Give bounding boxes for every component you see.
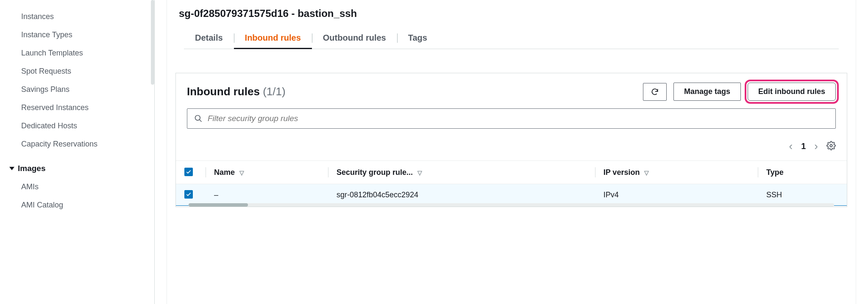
cell-name: –: [206, 184, 328, 206]
cell-ip-version: IPv4: [595, 184, 758, 206]
page-number: 1: [801, 141, 806, 151]
col-ip-version[interactable]: IP version ▽: [595, 161, 758, 184]
search-wrapper[interactable]: [187, 108, 836, 129]
scrollbar-thumb[interactable]: [189, 203, 248, 207]
page-title: sg-0f285079371575d16 - bastion_ssh: [167, 0, 856, 27]
inbound-rules-panel: Inbound rules (1/1) Manage tags Edit inb…: [175, 73, 847, 207]
refresh-icon: [651, 88, 659, 96]
col-name[interactable]: Name ▽: [206, 161, 328, 184]
svg-point-2: [830, 144, 832, 147]
sidebar-item-instance-types[interactable]: Instance Types: [21, 26, 154, 44]
sidebar-item-capacity-reservations[interactable]: Capacity Reservations: [21, 135, 154, 153]
cell-rule-id: sgr-0812fb04c5ecc2924: [328, 184, 595, 206]
refresh-button[interactable]: [643, 83, 667, 101]
sidebar-item-launch-templates[interactable]: Launch Templates: [21, 44, 154, 62]
search-icon: [194, 114, 203, 123]
next-page-button[interactable]: ›: [814, 140, 818, 153]
svg-line-1: [200, 120, 202, 122]
select-all-header[interactable]: [176, 161, 206, 184]
sidebar-item-instances[interactable]: Instances: [21, 8, 154, 26]
prev-page-button[interactable]: ‹: [789, 140, 793, 153]
tab-inbound-rules[interactable]: Inbound rules: [234, 27, 312, 49]
panel-count: (1/1): [263, 85, 285, 98]
pagination: ‹ 1 ›: [176, 135, 847, 160]
sidebar-item-ami-catalog[interactable]: AMI Catalog: [21, 196, 154, 214]
gear-icon: [826, 141, 836, 150]
col-rule-id[interactable]: Security group rule... ▽: [328, 161, 595, 184]
sidebar-item-dedicated-hosts[interactable]: Dedicated Hosts: [21, 117, 154, 135]
table-row[interactable]: – sgr-0812fb04c5ecc2924 IPv4 SSH: [176, 184, 847, 206]
sort-icon: ▽: [417, 169, 422, 176]
search-input[interactable]: [208, 114, 829, 123]
sidebar-section-label: Images: [18, 164, 45, 173]
row-checkbox-cell[interactable]: [176, 184, 206, 206]
panel-heading-text: Inbound rules: [187, 85, 260, 98]
table-header-row: Name ▽ Security group rule... ▽ IP versi…: [176, 161, 847, 184]
sidebar: Instances Instance Types Launch Template…: [0, 0, 155, 304]
sort-icon: ▽: [239, 169, 244, 176]
sidebar-item-spot-requests[interactable]: Spot Requests: [21, 62, 154, 80]
panel-header: Inbound rules (1/1) Manage tags Edit inb…: [176, 73, 847, 107]
panel-heading: Inbound rules (1/1): [187, 85, 636, 98]
checkbox-icon: [184, 168, 193, 176]
edit-inbound-rules-button[interactable]: Edit inbound rules: [748, 83, 836, 101]
sidebar-item-amis[interactable]: AMIs: [21, 178, 154, 196]
tab-outbound-rules[interactable]: Outbound rules: [312, 27, 397, 49]
checkbox-icon: [184, 190, 193, 199]
sidebar-section-images[interactable]: Images: [9, 159, 154, 178]
cell-type: SSH: [758, 184, 847, 206]
horizontal-scrollbar[interactable]: [189, 203, 834, 207]
rules-table: Name ▽ Security group rule... ▽ IP versi…: [176, 160, 847, 206]
tabs: Details Inbound rules Outbound rules Tag…: [184, 27, 839, 49]
tab-details[interactable]: Details: [184, 27, 234, 49]
manage-tags-button[interactable]: Manage tags: [673, 83, 741, 101]
caret-down-icon: [9, 167, 14, 170]
sidebar-item-savings-plans[interactable]: Savings Plans: [21, 80, 154, 99]
main-panel: sg-0f285079371575d16 - bastion_ssh Detai…: [155, 0, 868, 304]
svg-point-0: [195, 116, 200, 121]
col-type[interactable]: Type: [758, 161, 847, 184]
tab-tags[interactable]: Tags: [397, 27, 438, 49]
sidebar-item-reserved-instances[interactable]: Reserved Instances: [21, 99, 154, 117]
settings-button[interactable]: [826, 141, 836, 152]
sort-icon: ▽: [644, 169, 649, 176]
